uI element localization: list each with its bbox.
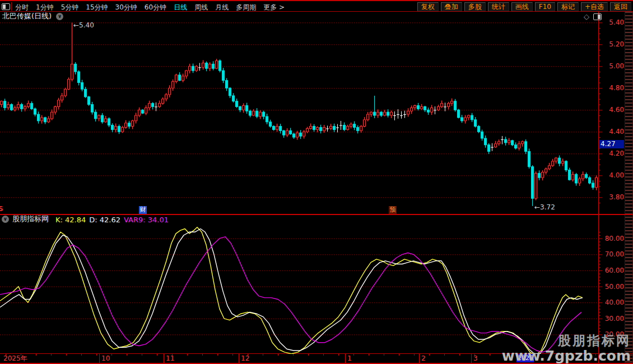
tool-buttons: 复权叠加多股统计画线F10标记+自选返回 [417,2,631,11]
watermark-url: www.7gpzb.com [502,348,631,364]
period-tab-1[interactable]: 分时 [15,3,29,12]
indicator-value-D: D: 42.62 [89,216,120,224]
indicator-lines [0,227,583,356]
indicator-value-VAR9: VAR9: 34.01 [124,216,169,224]
tool-button-8[interactable]: +自选 [581,2,608,11]
watermark: 股朋指标网 www.7gpzb.com [502,334,631,363]
period-tab-5[interactable]: 30分钟 [115,3,137,12]
tool-button-3[interactable]: 多股 [464,2,486,11]
tool-button-6[interactable]: F10 [535,2,555,11]
tool-button-4[interactable]: 统计 [488,2,509,11]
symbol-title[interactable]: 北巴传媒(日线) [2,11,52,21]
news-marker-forecast[interactable]: 预 [389,206,397,214]
tool-button-5[interactable]: 画线 [511,2,533,11]
period-toolbar: 分时1分钟5分钟15分钟30分钟60分钟日线周线月线多周期更多 > 复权叠加多股… [0,0,633,12]
symbol-title-row: 北巴传媒(日线) ∨ [2,12,63,21]
news-marker-finance[interactable]: 财 [139,206,147,214]
period-tab-4[interactable]: 15分钟 [86,3,108,12]
last-price-badge: 4.27 [599,140,624,148]
price-annotation-1: ←5.40 [73,21,94,29]
period-tab-11[interactable]: 更多 > [263,3,285,12]
period-tab-2[interactable]: 1分钟 [36,3,54,12]
tool-button-7[interactable]: 标记 [557,2,579,11]
toolbar-divider [11,2,12,11]
tool-button-9[interactable]: 返回 [610,2,631,11]
tool-button-1[interactable]: 复权 [417,2,439,11]
chevron-down-icon[interactable]: ∨ [2,216,9,223]
period-tab-10[interactable]: 多周期 [236,3,256,12]
chart-corner-icons: ◇ [584,13,602,20]
diamond-icon[interactable]: ◇ [584,13,589,20]
period-tab-9[interactable]: 月线 [215,3,229,12]
watermark-site-name: 股朋指标网 [502,334,631,348]
indicator-values: K: 42.84D: 42.62VAR9: 34.01 [52,214,169,225]
left-edge-signal-glyph: S [0,205,3,213]
chart-canvas[interactable]: ←5.40←3.72 [0,0,633,364]
chevron-down-icon[interactable]: ∨ [56,13,63,20]
candlestick-series [1,22,598,206]
panel-layout-icon[interactable] [593,13,602,20]
period-tabs: 分时1分钟5分钟15分钟30分钟60分钟日线周线月线多周期更多 > [15,3,285,12]
period-tab-8[interactable]: 周线 [194,3,208,12]
line-K [0,227,583,356]
period-tab-3[interactable]: 5分钟 [61,3,79,12]
trading-app-window: 分时1分钟5分钟15分钟30分钟60分钟日线周线月线多周期更多 > 复权叠加多股… [0,0,633,364]
period-tab-7[interactable]: 日线 [174,3,187,12]
indicator-name[interactable]: 股朋指标网 [12,214,49,224]
tool-button-2[interactable]: 叠加 [441,2,462,11]
window-split-icon[interactable] [2,3,10,10]
indicator-pane-header: ∨ 股朋指标网 K: 42.84D: 42.62VAR9: 34.01 [2,215,169,223]
period-tab-6[interactable]: 60分钟 [145,3,166,12]
price-annotation-2: ←3.72 [534,203,555,211]
indicator-value-K: K: 42.84 [55,216,86,224]
